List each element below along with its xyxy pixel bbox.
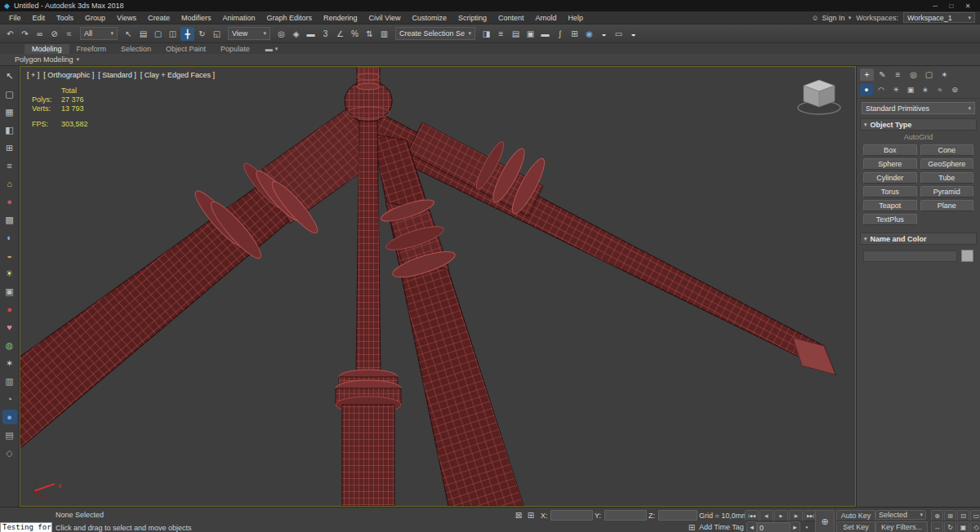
viewport-canvas[interactable] bbox=[20, 67, 855, 506]
base-column[interactable] bbox=[336, 370, 401, 506]
maximize-button[interactable]: □ bbox=[943, 2, 960, 10]
menu-group[interactable]: Group bbox=[79, 14, 111, 22]
selection-region-icon[interactable]: ▢ bbox=[2, 86, 17, 101]
center-pole[interactable] bbox=[356, 116, 381, 375]
home-grid-icon[interactable]: ⌂ bbox=[2, 176, 17, 191]
set-keys-button[interactable]: ⊕ bbox=[815, 510, 835, 532]
box-button[interactable]: Box bbox=[863, 144, 917, 156]
viewcube[interactable] bbox=[796, 77, 844, 117]
tab-freeform[interactable]: Freeform bbox=[69, 44, 114, 54]
menu-rendering[interactable]: Rendering bbox=[318, 14, 363, 22]
zoom-extents-icon[interactable]: ⊡ bbox=[957, 510, 969, 521]
textplus-button[interactable]: TextPlus bbox=[863, 214, 917, 225]
tab-object-paint[interactable]: Object Paint bbox=[158, 44, 213, 54]
blue-sphere-icon[interactable]: ◐ bbox=[2, 230, 17, 245]
zoom-icon[interactable]: ⊕ bbox=[931, 510, 943, 521]
auto-key-button[interactable]: Auto Key bbox=[836, 510, 875, 521]
pan-view-icon[interactable]: ↔ bbox=[931, 521, 943, 532]
torus-button[interactable]: Torus bbox=[863, 186, 917, 197]
checker-map-icon[interactable]: ▩ bbox=[2, 212, 17, 227]
zoom-region-icon[interactable]: ▭ bbox=[970, 510, 980, 521]
align-tool-icon[interactable]: ≡ bbox=[2, 158, 17, 173]
maximize-viewport-toggle-icon[interactable]: ▣ bbox=[957, 521, 969, 532]
tab-populate[interactable]: Populate bbox=[213, 44, 257, 54]
redo-icon[interactable]: ↷ bbox=[18, 27, 32, 41]
shapes-category[interactable]: ◠ bbox=[875, 84, 888, 95]
menu-edit[interactable]: Edit bbox=[27, 14, 51, 22]
top-hub[interactable] bbox=[345, 67, 392, 122]
toggle-scene-explorer-icon[interactable]: ▤ bbox=[509, 27, 523, 41]
select-cursor-icon[interactable]: ↖ bbox=[2, 69, 17, 83]
named-selection-sets-dropdown[interactable]: Create Selection Se ▾ bbox=[395, 27, 475, 40]
teapot-button[interactable]: Teapot bbox=[863, 200, 917, 211]
sphere-button[interactable]: Sphere bbox=[863, 158, 917, 170]
menu-customize[interactable]: Customize bbox=[406, 14, 452, 22]
walkthrough-icon[interactable]: ◇ bbox=[970, 521, 980, 532]
menu-file[interactable]: File bbox=[3, 14, 27, 22]
sign-in-button[interactable]: ☺ Sign In ▾ bbox=[811, 14, 851, 22]
edit-named-selection-sets-icon[interactable]: ▥ bbox=[377, 27, 391, 41]
percent-snap-toggle-icon[interactable]: % bbox=[348, 27, 362, 41]
add-time-tag[interactable]: Add Time Tag bbox=[699, 523, 744, 531]
spinner-snap-toggle-icon[interactable]: ⇅ bbox=[363, 27, 376, 41]
key-filters-button[interactable]: Key Filters... bbox=[875, 521, 928, 532]
left-arm[interactable] bbox=[20, 106, 383, 448]
selection-lock-toggle-icon[interactable]: ⊠ bbox=[513, 510, 524, 521]
next-time-button[interactable]: ▸ bbox=[790, 521, 800, 532]
toggle-layer-explorer-icon[interactable]: ▣ bbox=[523, 27, 537, 41]
rendered-frame-window-icon[interactable]: ▭ bbox=[612, 27, 626, 41]
vertex-paint-icon[interactable]: ♥ bbox=[2, 320, 17, 335]
selection-filter-dropdown[interactable]: All ▾ bbox=[80, 27, 118, 40]
z-position-input[interactable] bbox=[658, 510, 697, 521]
plane-button[interactable]: Plane bbox=[920, 200, 974, 211]
viewport[interactable]: [ + ] [ Orthographic ] [ Standard ] [ Cl… bbox=[20, 66, 856, 507]
viewport-general-menu[interactable]: [ + ] bbox=[27, 71, 39, 79]
menu-help[interactable]: Help bbox=[562, 14, 589, 22]
reference-coordinate-dropdown[interactable]: View ▾ bbox=[228, 27, 270, 40]
zoom-all-icon[interactable]: ⊞ bbox=[944, 510, 956, 521]
primitives-dropdown[interactable]: Standard Primitives ▾ bbox=[862, 102, 975, 114]
current-frame-input[interactable] bbox=[757, 522, 791, 532]
light-icon[interactable]: ☀ bbox=[2, 266, 17, 281]
undo-icon[interactable]: ↶ bbox=[3, 27, 17, 41]
x-position-input[interactable] bbox=[550, 510, 593, 521]
mirror-icon[interactable]: ◨ bbox=[479, 27, 493, 41]
motion-tab[interactable]: ◎ bbox=[906, 69, 920, 81]
helpers-category[interactable]: ∗ bbox=[919, 84, 932, 95]
unlink-selection-icon[interactable]: ⊘ bbox=[47, 27, 61, 41]
select-by-name-icon[interactable]: ▤ bbox=[136, 27, 150, 41]
viewport-style-menu[interactable]: [ Standard ] bbox=[98, 71, 136, 79]
pyramid-button[interactable]: Pyramid bbox=[920, 186, 974, 197]
menu-graph-editors[interactable]: Graph Editors bbox=[261, 14, 318, 22]
go-to-start-button[interactable]: |◀◀ bbox=[745, 510, 759, 521]
array-tool-icon[interactable]: ⊞ bbox=[2, 140, 17, 155]
select-and-rotate-icon[interactable]: ↻ bbox=[195, 27, 209, 41]
lights-category[interactable]: ☀ bbox=[889, 84, 902, 95]
select-and-manipulate-icon[interactable]: ◈ bbox=[289, 27, 303, 41]
space-warps-category[interactable]: ≈ bbox=[933, 84, 947, 95]
close-button[interactable]: ✕ bbox=[960, 2, 976, 10]
curve-editor-icon[interactable]: ∫ bbox=[553, 27, 567, 41]
mirror-tool-icon[interactable]: ◧ bbox=[2, 122, 17, 137]
red-dot-icon[interactable]: ● bbox=[2, 302, 17, 317]
menu-views[interactable]: Views bbox=[111, 14, 142, 22]
material-sphere-icon[interactable]: ● bbox=[2, 194, 17, 209]
camera-icon[interactable]: ▣ bbox=[2, 284, 17, 299]
menu-arnold[interactable]: Arnold bbox=[529, 14, 562, 22]
menu-tools[interactable]: Tools bbox=[51, 14, 79, 22]
ribbon-minimize-button[interactable]: ▬ ▾ bbox=[265, 45, 278, 54]
geosphere-button[interactable]: GeoSphere bbox=[920, 158, 974, 170]
maxscript-mini-listener[interactable]: Testing for i bbox=[0, 522, 52, 532]
viewport-pov-menu[interactable]: [ Orthographic ] bbox=[43, 71, 94, 79]
align-icon[interactable]: ≡ bbox=[494, 27, 508, 41]
panel-tool-icon[interactable]: ▥ bbox=[2, 374, 17, 388]
angle-snap-toggle-icon[interactable]: ∠ bbox=[333, 27, 347, 41]
menu-modifiers[interactable]: Modifiers bbox=[176, 14, 217, 22]
systems-category[interactable]: ⊚ bbox=[948, 84, 961, 95]
orbit-icon[interactable]: ↻ bbox=[944, 521, 956, 532]
tab-selection[interactable]: Selection bbox=[114, 44, 158, 54]
object-name-field[interactable] bbox=[863, 250, 957, 262]
workspace-dropdown[interactable]: Workspace_1 ▾ bbox=[903, 12, 975, 23]
previous-frame-button[interactable]: ◀| bbox=[760, 510, 773, 521]
keyboard-shortcut-override-icon[interactable]: ▬ bbox=[304, 27, 318, 41]
